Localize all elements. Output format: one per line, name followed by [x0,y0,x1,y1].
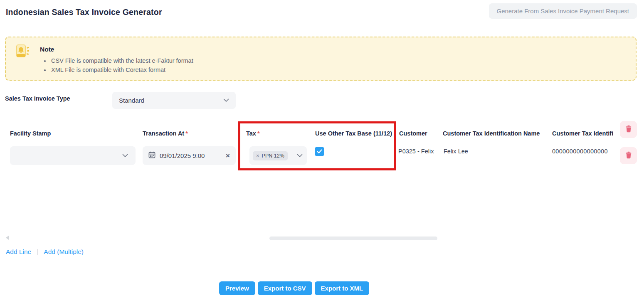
checkmark-icon [317,148,322,155]
generate-from-sales-invoice-button[interactable]: Generate From Sales Invoice Payment Requ… [489,3,637,19]
col-header-customer-tax-identifi: Customer Tax Identifi [552,130,613,137]
app-root: Indonesian Sales Tax Invoice Generator G… [0,0,644,303]
export-csv-button[interactable]: Export to CSV [258,281,312,295]
col-header-facility-stamp: Facility Stamp [10,130,51,137]
delete-row-button[interactable] [620,147,637,164]
calendar-icon [148,151,155,160]
footer-actions: Preview Export to CSV Export to XML [219,281,369,295]
customer-tax-identification-name-value: Felix Lee [444,148,468,155]
col-header-use-other-tax-base: Use Other Tax Base (11/12) [315,130,392,137]
note-item-xml: XML File is compatible with Coretax form… [50,66,193,75]
invoice-type-value: Standard [119,97,144,104]
invoice-type-select[interactable]: Standard [112,92,236,109]
col-header-customer: Customer [399,130,427,137]
customer-tax-id-value: 0000000000000000 [552,148,608,155]
invoice-type-label: Sales Tax Invoice Type [5,95,70,102]
add-actions-row: Add Line | Add (Multiple) [6,248,84,256]
transaction-at-datetime-input[interactable]: 09/01/2025 9:00 × [143,146,236,165]
chevron-down-icon [223,99,229,102]
notification-bell-icon [16,44,29,61]
note-list: CSV File is compatible with the latest e… [50,57,193,74]
tax-chip: × PPN 12% [253,151,288,160]
note-banner: Note CSV File is compatible with the lat… [5,37,637,81]
col-header-transaction-at: Transaction At* [143,130,188,137]
export-xml-button[interactable]: Export to XML [315,281,370,295]
chevron-down-icon [297,154,303,158]
use-other-tax-base-checkbox[interactable] [315,147,324,156]
transaction-at-value: 09/01/2025 9:00 [160,152,205,159]
tax-select[interactable]: × PPN 12% [249,146,307,165]
table-header-divider [0,142,644,142]
page-title: Indonesian Sales Tax Invoice Generator [6,7,162,17]
required-marker: * [257,130,260,137]
preview-button[interactable]: Preview [219,281,255,295]
note-item-csv: CSV File is compatible with the latest e… [50,57,193,66]
add-line-link[interactable]: Add Line [6,248,31,256]
clear-date-icon[interactable]: × [226,152,230,159]
col-header-customer-tax-identification-name: Customer Tax Identification Name [443,130,540,137]
customer-value: P0325 - Felix [398,148,434,155]
required-marker: * [185,130,188,137]
delete-all-button[interactable] [620,121,637,138]
trash-icon [625,125,632,134]
table-bottom-divider [0,233,644,233]
header-divider [5,26,644,26]
add-multiple-link[interactable]: Add (Multiple) [44,248,84,256]
links-separator: | [37,248,38,256]
col-header-tax: Tax* [246,130,260,137]
scroll-left-arrow-icon[interactable] [6,236,9,240]
remove-tag-icon[interactable]: × [256,153,259,158]
facility-stamp-select[interactable] [10,146,136,165]
note-title: Note [40,46,54,53]
chevron-down-icon [122,154,128,158]
horizontal-scrollbar-thumb[interactable] [269,236,437,240]
trash-icon [625,151,632,160]
tax-chip-label: PPN 12% [262,153,284,159]
